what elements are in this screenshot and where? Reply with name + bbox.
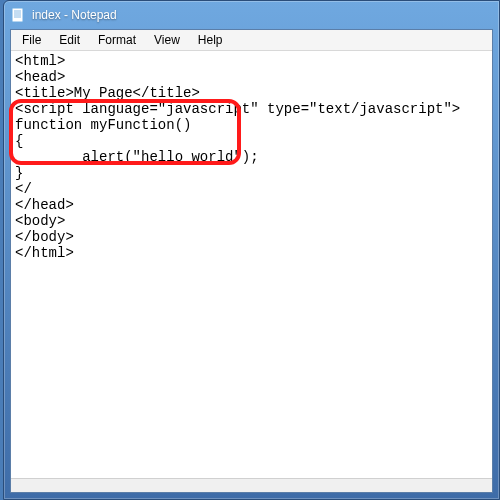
menu-edit[interactable]: Edit xyxy=(50,31,89,49)
window-title: index - Notepad xyxy=(32,8,117,22)
client-area: File Edit Format View Help <html> <head>… xyxy=(10,29,493,493)
statusbar xyxy=(11,478,492,492)
titlebar[interactable]: index - Notepad xyxy=(4,1,499,29)
menu-view[interactable]: View xyxy=(145,31,189,49)
notepad-icon xyxy=(10,7,26,23)
text-editor[interactable]: <html> <head> <title>My Page</title> <sc… xyxy=(11,51,492,478)
menu-format[interactable]: Format xyxy=(89,31,145,49)
menu-file[interactable]: File xyxy=(13,31,50,49)
menubar: File Edit Format View Help xyxy=(11,30,492,51)
menu-help[interactable]: Help xyxy=(189,31,232,49)
notepad-window: index - Notepad File Edit Format View He… xyxy=(3,0,500,500)
